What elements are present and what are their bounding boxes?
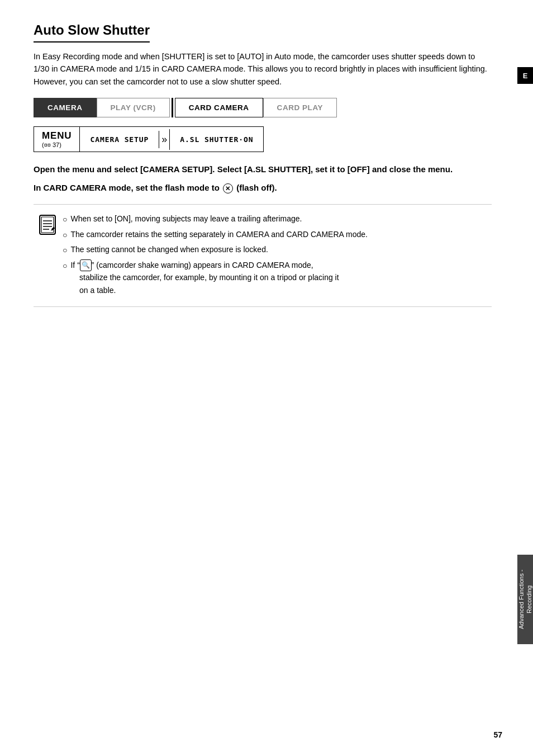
note-bullet-3: ○ — [63, 244, 67, 256]
page-number: 57 — [493, 730, 502, 739]
notepad-icon — [37, 214, 59, 236]
instruction-1-text: Open the menu and select [CAMERA SETUP].… — [34, 164, 453, 174]
tab-card-play[interactable]: CARD PLAY — [263, 98, 337, 117]
note-item-3: ○ The setting cannot be changed when exp… — [63, 243, 492, 256]
note-bullet-2: ○ — [63, 229, 67, 241]
menu-right-area: CAMERA SETUP » A.SL SHUTTER·ON — [80, 127, 263, 152]
shake-warning-icon: 🔍 — [80, 259, 92, 271]
note-text-2: The camcorder retains the setting separa… — [70, 228, 492, 240]
intro-text: In Easy Recording mode and when [SHUTTER… — [34, 50, 492, 88]
menu-label-area: MENU (¤¤ 37) — [34, 127, 80, 152]
page-container: E Auto Slow Shutter In Easy Recording mo… — [0, 0, 533, 756]
menu-ref: (¤¤ 37) — [42, 141, 72, 148]
vertical-side-label: Advanced Functions - Recording — [517, 555, 533, 644]
instruction-2: In CARD CAMERA mode, set the flash mode … — [34, 182, 492, 195]
svg-rect-0 — [40, 215, 55, 234]
flash-off-symbol: ✕ — [223, 183, 233, 193]
tab-play-vcr[interactable]: PLAY (VCR) — [97, 98, 170, 117]
note-bullet-1: ○ — [63, 213, 67, 225]
menu-box: MENU (¤¤ 37) CAMERA SETUP » A.SL SHUTTER… — [34, 126, 264, 152]
note-text-1: When set to [ON], moving subjects may le… — [70, 212, 492, 225]
tab-card-camera[interactable]: CARD CAMERA — [175, 98, 263, 117]
notes-section: ○ When set to [ON], moving subjects may … — [34, 204, 492, 307]
menu-path: CAMERA SETUP — [80, 131, 159, 148]
note-text-3: The setting cannot be changed when expos… — [70, 243, 492, 256]
side-tab-label: E — [523, 72, 528, 80]
note-bullet-4: ○ — [63, 259, 67, 272]
tab-divider — [172, 98, 173, 117]
instruction-1: Open the menu and select [CAMERA SETUP].… — [34, 163, 492, 176]
tab-camera[interactable]: CAMERA — [34, 98, 97, 117]
note-text-4: If “🔍” (camcorder shake warning) appears… — [70, 259, 492, 297]
mode-tabs: CAMERA PLAY (VCR) CARD CAMERA CARD PLAY — [34, 98, 499, 117]
tab-card-play-label: CARD PLAY — [277, 103, 323, 112]
note-item-1: ○ When set to [ON], moving subjects may … — [63, 212, 492, 225]
menu-value: A.SL SHUTTER·ON — [170, 131, 263, 148]
note-item-2: ○ The camcorder retains the setting sepa… — [63, 228, 492, 241]
tab-play-vcr-label: PLAY (VCR) — [111, 103, 156, 112]
page-title: Auto Slow Shutter — [34, 22, 150, 42]
menu-label: MENU — [42, 130, 72, 141]
notes-list: ○ When set to [ON], moving subjects may … — [63, 212, 492, 299]
vertical-label-text: Advanced Functions - Recording — [517, 563, 533, 636]
menu-arrow: » — [159, 129, 170, 150]
note-item-4: ○ If “🔍” (camcorder shake warning) appea… — [63, 259, 492, 297]
tab-camera-label: CAMERA — [47, 103, 83, 112]
side-tab-e: E — [517, 67, 533, 84]
notes-icon-area — [34, 212, 63, 299]
tab-card-camera-label: CARD CAMERA — [189, 103, 249, 112]
